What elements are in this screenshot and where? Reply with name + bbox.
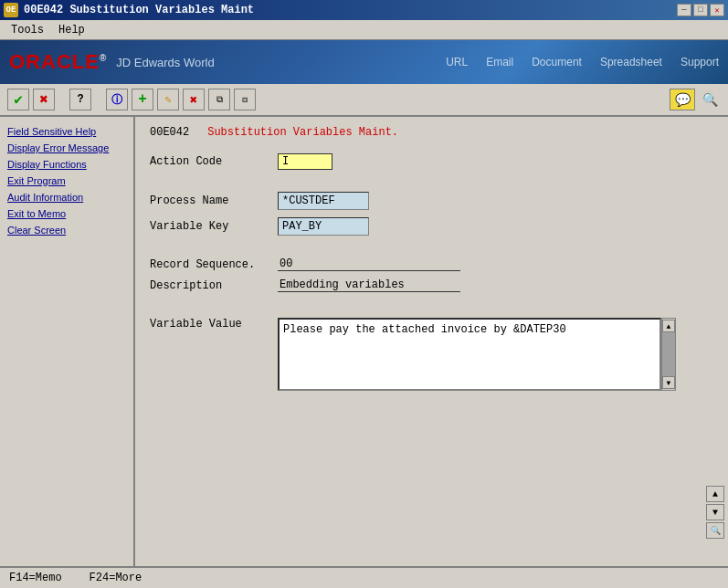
form-area: 00E042 Substitution Variables Maint. Act… [135, 117, 728, 566]
nav-zoom-icon[interactable]: 🔍 [706, 522, 724, 539]
chat-button[interactable]: 💬 [670, 89, 695, 110]
minimize-button[interactable]: ─ [677, 4, 691, 16]
scrollbar-track [662, 332, 675, 376]
scroll-down-button[interactable]: ▼ [662, 376, 675, 389]
process-name-row: Process Name *CUSTDEF [150, 192, 713, 210]
sidebar-audit-information[interactable]: Audit Information [4, 190, 130, 205]
form-header-row: 00E042 Substitution Variables Maint. [150, 126, 713, 139]
toolbar: ✔ ✖ ? ⓘ + ✎ ✖ ⧉ ⧈ 💬 🔍 [0, 84, 728, 117]
variable-value-scrollbar[interactable]: ▲ ▼ [661, 318, 676, 391]
copy-button[interactable]: ⧉ [208, 89, 230, 110]
sidebar: Field Sensitive Help Display Error Messa… [0, 117, 135, 566]
variable-key-value: PAY_BY [278, 217, 369, 236]
sidebar-exit-program[interactable]: Exit Program [4, 173, 130, 188]
process-name-value: *CUSTDEF [278, 192, 369, 210]
sidebar-display-error-message[interactable]: Display Error Message [4, 141, 130, 155]
menu-help[interactable]: Help [51, 22, 92, 38]
oracle-banner: ORACLE® JD Edwards World URL Email Docum… [0, 40, 728, 84]
variable-value-text: Please pay the attached invoice by &DATE… [283, 323, 566, 336]
maximize-button[interactable]: □ [693, 4, 708, 16]
variable-value-box[interactable]: Please pay the attached invoice by &DATE… [278, 318, 661, 391]
status-bar: F14=Memo F24=More [0, 566, 728, 588]
cancel-button[interactable]: ✖ [33, 89, 55, 110]
banner-navigation: URL Email Document Spreadsheet Support [446, 56, 719, 68]
menu-tools[interactable]: Tools [4, 22, 51, 38]
oracle-logo: ORACLE® JD Edwards World [9, 50, 215, 74]
scroll-up-button[interactable]: ▲ [662, 320, 675, 332]
description-label: Description [150, 279, 278, 292]
description-row: Description [150, 278, 713, 292]
oracle-brand-text: ORACLE® [9, 50, 107, 74]
variable-value-label: Variable Value [150, 318, 278, 331]
banner-nav-spreadsheet[interactable]: Spreadsheet [600, 56, 662, 68]
jde-brand-text: JD Edwards World [116, 56, 214, 69]
search-button[interactable]: 🔍 [699, 89, 721, 110]
sidebar-clear-screen[interactable]: Clear Screen [4, 223, 130, 237]
paste-button[interactable]: ⧈ [234, 89, 256, 110]
ok-button[interactable]: ✔ [7, 89, 29, 110]
help-button[interactable]: ? [69, 89, 91, 110]
app-icon: OE [4, 3, 18, 17]
sidebar-display-functions[interactable]: Display Functions [4, 157, 130, 172]
right-side-nav: ▲ ▼ 🔍 [706, 486, 724, 539]
nav-down-icon[interactable]: ▼ [706, 504, 724, 520]
close-button[interactable]: ✕ [710, 4, 724, 16]
info-button[interactable]: ⓘ [106, 89, 128, 110]
status-f24: F24=More [90, 572, 142, 584]
variable-key-label: Variable Key [150, 220, 278, 233]
banner-nav-support[interactable]: Support [681, 56, 719, 68]
variable-value-section: Variable Value Please pay the attached i… [150, 318, 713, 391]
process-name-label: Process Name [150, 194, 278, 207]
delete-button[interactable]: ✖ [183, 89, 205, 110]
sidebar-field-sensitive-help[interactable]: Field Sensitive Help [4, 124, 130, 139]
window-title: 00E042 Substitution Variables Maint [24, 4, 254, 16]
banner-nav-url[interactable]: URL [446, 56, 468, 68]
nav-up-icon[interactable]: ▲ [706, 486, 724, 502]
banner-nav-document[interactable]: Document [532, 56, 582, 68]
action-code-input[interactable] [278, 153, 332, 170]
record-sequence-label: Record Sequence. [150, 258, 278, 271]
variable-key-row: Variable Key PAY_BY [150, 217, 713, 236]
title-bar: OE 00E042 Substitution Variables Maint ─… [0, 0, 728, 20]
add-button[interactable]: + [132, 89, 153, 110]
action-code-label: Action Code [150, 155, 278, 168]
record-sequence-row: Record Sequence. [150, 257, 713, 271]
status-f14: F14=Memo [9, 572, 62, 584]
edit-button[interactable]: ✎ [157, 89, 179, 110]
menu-bar: Tools Help [0, 20, 728, 40]
sidebar-exit-to-memo[interactable]: Exit to Memo [4, 206, 130, 221]
banner-nav-email[interactable]: Email [486, 56, 513, 68]
form-title: Substitution Variables Maint. [207, 126, 398, 139]
description-input[interactable] [278, 278, 460, 292]
record-sequence-input[interactable] [278, 257, 460, 271]
action-code-row: Action Code [150, 153, 713, 170]
program-id: 00E042 [150, 126, 189, 139]
